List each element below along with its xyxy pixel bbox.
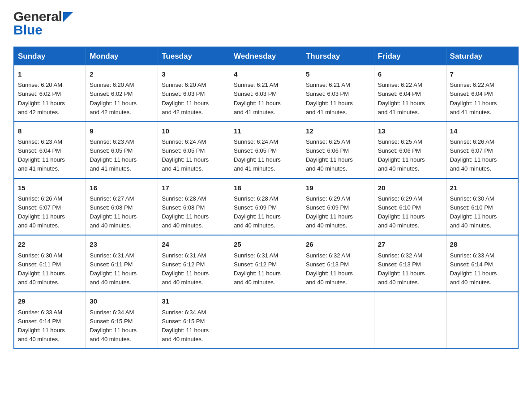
day-number: 17 [162,183,226,193]
calendar-cell: 30Sunrise: 6:34 AMSunset: 6:15 PMDayligh… [86,292,158,349]
day-number: 3 [162,69,226,79]
calendar-cell: 15Sunrise: 6:26 AMSunset: 6:07 PMDayligh… [14,179,86,235]
calendar-cell: 17Sunrise: 6:28 AMSunset: 6:08 PMDayligh… [158,179,230,235]
calendar-cell: 29Sunrise: 6:33 AMSunset: 6:14 PMDayligh… [14,292,86,349]
day-info: Sunrise: 6:32 AMSunset: 6:13 PMDaylight:… [378,252,425,286]
day-number: 29 [18,296,82,306]
calendar-header-tuesday: Tuesday [158,47,230,65]
calendar-cell: 25Sunrise: 6:31 AMSunset: 6:12 PMDayligh… [230,235,302,292]
calendar-header-wednesday: Wednesday [230,47,302,65]
page-header: General Blue [13,9,519,38]
calendar-body: 1Sunrise: 6:20 AMSunset: 6:02 PMDaylight… [14,65,518,349]
calendar-cell: 19Sunrise: 6:29 AMSunset: 6:09 PMDayligh… [302,179,374,235]
day-number: 6 [378,69,442,79]
day-number: 14 [450,126,514,136]
day-info: Sunrise: 6:34 AMSunset: 6:15 PMDaylight:… [90,309,137,342]
day-info: Sunrise: 6:28 AMSunset: 6:08 PMDaylight:… [162,195,209,229]
day-info: Sunrise: 6:23 AMSunset: 6:05 PMDaylight:… [90,138,137,172]
day-number: 1 [18,69,82,79]
day-number: 5 [306,69,370,79]
calendar-week-row: 8Sunrise: 6:23 AMSunset: 6:04 PMDaylight… [14,122,518,179]
day-number: 13 [378,126,442,136]
day-info: Sunrise: 6:25 AMSunset: 6:06 PMDaylight:… [378,138,425,172]
calendar-header-monday: Monday [86,47,158,65]
day-number: 9 [90,126,154,136]
day-number: 31 [162,296,226,306]
day-number: 24 [162,239,226,249]
day-number: 25 [234,239,298,249]
calendar-cell [374,292,446,349]
day-info: Sunrise: 6:26 AMSunset: 6:07 PMDaylight:… [18,195,65,229]
day-number: 22 [18,239,82,249]
day-number: 10 [162,126,226,136]
calendar-cell: 5Sunrise: 6:21 AMSunset: 6:03 PMDaylight… [302,65,374,122]
calendar-cell: 28Sunrise: 6:33 AMSunset: 6:14 PMDayligh… [446,235,518,292]
calendar-cell: 7Sunrise: 6:22 AMSunset: 6:04 PMDaylight… [446,65,518,122]
calendar-cell: 14Sunrise: 6:26 AMSunset: 6:07 PMDayligh… [446,122,518,179]
calendar-cell [302,292,374,349]
day-info: Sunrise: 6:23 AMSunset: 6:04 PMDaylight:… [18,138,65,172]
calendar-week-row: 29Sunrise: 6:33 AMSunset: 6:14 PMDayligh… [14,292,518,349]
calendar-cell [446,292,518,349]
day-number: 12 [306,126,370,136]
day-info: Sunrise: 6:22 AMSunset: 6:04 PMDaylight:… [378,81,425,115]
day-number: 18 [234,183,298,193]
day-info: Sunrise: 6:30 AMSunset: 6:11 PMDaylight:… [18,252,65,286]
calendar-header-row: SundayMondayTuesdayWednesdayThursdayFrid… [14,47,518,65]
day-info: Sunrise: 6:29 AMSunset: 6:09 PMDaylight:… [306,195,353,229]
day-info: Sunrise: 6:33 AMSunset: 6:14 PMDaylight:… [18,309,65,342]
calendar-cell: 2Sunrise: 6:20 AMSunset: 6:02 PMDaylight… [86,65,158,122]
calendar-cell: 6Sunrise: 6:22 AMSunset: 6:04 PMDaylight… [374,65,446,122]
day-info: Sunrise: 6:20 AMSunset: 6:03 PMDaylight:… [162,81,209,115]
logo: General Blue [13,9,73,38]
calendar-cell: 11Sunrise: 6:24 AMSunset: 6:05 PMDayligh… [230,122,302,179]
day-number: 21 [450,183,514,193]
day-info: Sunrise: 6:24 AMSunset: 6:05 PMDaylight:… [162,138,209,172]
day-info: Sunrise: 6:30 AMSunset: 6:10 PMDaylight:… [450,195,497,229]
day-info: Sunrise: 6:31 AMSunset: 6:11 PMDaylight:… [90,252,137,286]
calendar-cell: 26Sunrise: 6:32 AMSunset: 6:13 PMDayligh… [302,235,374,292]
calendar-cell: 13Sunrise: 6:25 AMSunset: 6:06 PMDayligh… [374,122,446,179]
calendar-cell: 22Sunrise: 6:30 AMSunset: 6:11 PMDayligh… [14,235,86,292]
calendar-week-row: 22Sunrise: 6:30 AMSunset: 6:11 PMDayligh… [14,235,518,292]
calendar-cell: 31Sunrise: 6:34 AMSunset: 6:15 PMDayligh… [158,292,230,349]
day-number: 27 [378,239,442,249]
calendar-cell [230,292,302,349]
day-number: 19 [306,183,370,193]
calendar-cell: 10Sunrise: 6:24 AMSunset: 6:05 PMDayligh… [158,122,230,179]
day-number: 4 [234,69,298,79]
calendar-cell: 27Sunrise: 6:32 AMSunset: 6:13 PMDayligh… [374,235,446,292]
day-number: 28 [450,239,514,249]
day-number: 16 [90,183,154,193]
calendar-week-row: 1Sunrise: 6:20 AMSunset: 6:02 PMDaylight… [14,65,518,122]
day-number: 7 [450,69,514,79]
day-info: Sunrise: 6:21 AMSunset: 6:03 PMDaylight:… [306,81,353,115]
calendar-cell: 20Sunrise: 6:29 AMSunset: 6:10 PMDayligh… [374,179,446,235]
calendar-cell: 12Sunrise: 6:25 AMSunset: 6:06 PMDayligh… [302,122,374,179]
calendar-header-saturday: Saturday [446,47,518,65]
calendar-header-thursday: Thursday [302,47,374,65]
calendar-cell: 3Sunrise: 6:20 AMSunset: 6:03 PMDaylight… [158,65,230,122]
day-info: Sunrise: 6:21 AMSunset: 6:03 PMDaylight:… [234,81,281,115]
calendar-cell: 9Sunrise: 6:23 AMSunset: 6:05 PMDaylight… [86,122,158,179]
day-number: 30 [90,296,154,306]
calendar-cell: 16Sunrise: 6:27 AMSunset: 6:08 PMDayligh… [86,179,158,235]
day-info: Sunrise: 6:28 AMSunset: 6:09 PMDaylight:… [234,195,281,229]
calendar-table: SundayMondayTuesdayWednesdayThursdayFrid… [13,47,519,349]
day-info: Sunrise: 6:34 AMSunset: 6:15 PMDaylight:… [162,309,209,342]
logo-general-text: General [13,9,62,24]
day-number: 26 [306,239,370,249]
day-info: Sunrise: 6:22 AMSunset: 6:04 PMDaylight:… [450,81,497,115]
calendar-cell: 8Sunrise: 6:23 AMSunset: 6:04 PMDaylight… [14,122,86,179]
day-info: Sunrise: 6:26 AMSunset: 6:07 PMDaylight:… [450,138,497,172]
calendar-header-sunday: Sunday [14,47,86,65]
calendar-cell: 21Sunrise: 6:30 AMSunset: 6:10 PMDayligh… [446,179,518,235]
calendar-header-friday: Friday [374,47,446,65]
day-info: Sunrise: 6:29 AMSunset: 6:10 PMDaylight:… [378,195,425,229]
day-info: Sunrise: 6:27 AMSunset: 6:08 PMDaylight:… [90,195,137,229]
day-number: 11 [234,126,298,136]
day-info: Sunrise: 6:20 AMSunset: 6:02 PMDaylight:… [18,81,65,115]
day-number: 20 [378,183,442,193]
calendar-cell: 4Sunrise: 6:21 AMSunset: 6:03 PMDaylight… [230,65,302,122]
logo-blue-text: Blue [13,22,43,38]
